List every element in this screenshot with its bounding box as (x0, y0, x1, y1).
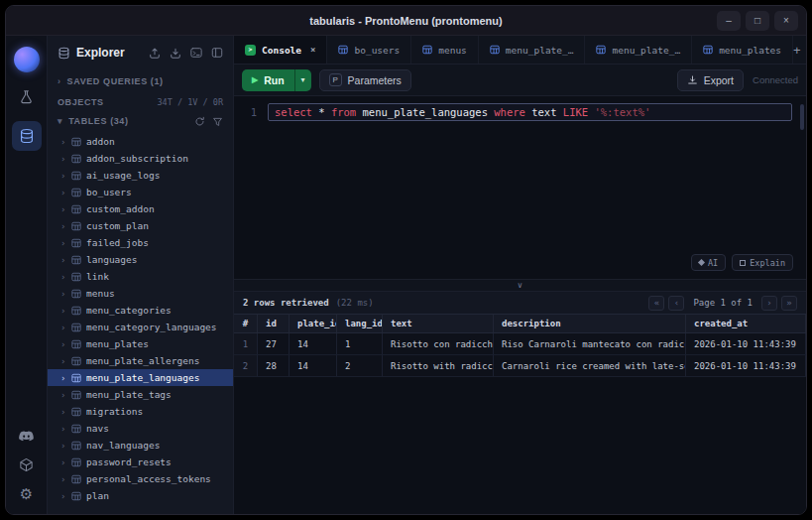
maximize-button[interactable]: □ (746, 11, 769, 31)
sidebar-table-item[interactable]: ›nav_languages (48, 437, 233, 454)
table-icon (71, 289, 81, 299)
sql-token: select (275, 106, 312, 118)
settings-gear-icon[interactable]: ⚙ (20, 487, 33, 502)
sidebar-table-item[interactable]: ›custom_addon (48, 200, 233, 217)
upload-icon[interactable] (149, 47, 161, 59)
sidebar-table-item[interactable]: ›migrations (48, 403, 233, 420)
column-header[interactable]: # (234, 315, 258, 332)
run-button[interactable]: ▶ Run (242, 69, 294, 91)
sidebar-table-item[interactable]: ›bo_users (48, 184, 233, 200)
sql-token: menu_plate_languages (356, 106, 494, 118)
tab-menu-plate-[interactable]: menu_plate_… (479, 36, 586, 64)
minimize-button[interactable]: – (717, 11, 741, 31)
sidebar-table-item[interactable]: ›menu_categories (48, 302, 233, 319)
tab-menus[interactable]: menus (411, 36, 479, 64)
sql-token: from (331, 106, 356, 118)
cube-icon[interactable] (19, 457, 34, 472)
sidebar-table-item[interactable]: ›navs (48, 420, 233, 437)
table-name: bo_users (86, 187, 132, 197)
table-row[interactable]: 127141Risotto con radicchioRiso Carnarol… (234, 333, 806, 355)
column-header[interactable]: id (258, 315, 290, 332)
sql-line[interactable]: select * from menu_plate_languages where… (268, 103, 792, 121)
table-icon (71, 474, 81, 484)
sql-token: '%:text%' (594, 106, 650, 118)
tables-section[interactable]: ▾ TABLES (34) (48, 111, 233, 131)
sidebar-table-item[interactable]: ›languages (48, 251, 233, 268)
database-explorer-icon[interactable] (12, 121, 42, 151)
parameters-button[interactable]: P Parameters (319, 69, 411, 91)
sidebar-table-item[interactable]: ›menu_category_languages (48, 319, 233, 335)
table-icon (422, 45, 432, 55)
objects-section: OBJECTS 34T / 1V / 0R (48, 93, 233, 111)
last-page-button[interactable]: » (781, 296, 797, 311)
caret-down-icon: ▾ (301, 75, 305, 84)
connection-status: Connected (753, 74, 798, 85)
sidebar-table-item[interactable]: ›failed_jobs (48, 234, 233, 251)
chevron-right-icon: › (60, 373, 66, 383)
sidebar-table-item[interactable]: ›addon (48, 133, 233, 150)
table-name: menu_plate_allergens (86, 355, 199, 366)
run-options-button[interactable]: ▾ (294, 69, 311, 91)
discord-icon[interactable] (18, 431, 35, 443)
chevron-right-icon: › (60, 339, 66, 349)
sidebar-table-item[interactable]: ›addon_subscription (48, 150, 233, 167)
flask-icon[interactable] (19, 89, 34, 104)
close-tab-icon[interactable]: × (310, 45, 315, 55)
table-name: menu_categories (86, 305, 172, 316)
chevron-right-icon: › (60, 289, 66, 299)
column-header[interactable]: plate_id (290, 315, 337, 332)
first-page-button[interactable]: « (648, 296, 664, 311)
tab-menu-plate-[interactable]: menu_plate_… (585, 36, 692, 64)
toolbar-right: Export Connected (677, 69, 798, 91)
sidebar-table-item[interactable]: ›menus (48, 285, 233, 302)
tab-menu-plates[interactable]: menu_plates (692, 36, 793, 64)
filter-icon[interactable] (212, 116, 223, 127)
chevron-right-icon: › (60, 137, 66, 147)
export-button[interactable]: Export (677, 69, 744, 91)
sidebar-table-item[interactable]: ›custom_plan (48, 217, 233, 234)
chevron-right-icon: › (60, 390, 66, 400)
sidebar-table-item[interactable]: ›link (48, 268, 233, 285)
table-icon (71, 221, 81, 231)
page-indicator: Page 1 of 1 (693, 298, 753, 308)
column-header[interactable]: text (383, 315, 494, 332)
next-page-button[interactable]: › (761, 296, 777, 311)
sidebar-table-item[interactable]: ›menu_plate_allergens (48, 352, 233, 369)
results-splitter[interactable]: ∨ (234, 279, 806, 292)
editor-scrollbar[interactable] (800, 104, 804, 130)
download-icon[interactable] (170, 47, 181, 59)
sidebar-table-item[interactable]: ›menu_plates (48, 335, 233, 352)
database-icon (58, 47, 70, 60)
column-header[interactable]: lang_id (337, 315, 383, 332)
sidebar-table-item[interactable]: ›ai_usage_logs (48, 167, 233, 184)
column-header[interactable]: description (494, 315, 686, 332)
ai-button[interactable]: AI (691, 254, 726, 271)
column-header[interactable]: created_at (686, 315, 806, 332)
sidebar-table-item[interactable]: ›personal_access_tokens (48, 470, 233, 487)
tab-console[interactable]: >Console× (234, 36, 327, 64)
new-tab-button[interactable]: + (793, 36, 801, 64)
saved-queries-section[interactable]: › SAVED QUERIES (1) (48, 69, 233, 93)
close-button[interactable]: × (774, 11, 798, 31)
sidebar-table-item[interactable]: ›plan (48, 487, 233, 504)
sidebar-table-item[interactable]: ›password_resets (48, 454, 233, 470)
table-icon (71, 339, 81, 349)
sidebar-table-item[interactable]: ›menu_plate_languages (48, 369, 233, 386)
table-name: navs (86, 423, 109, 434)
tab-bo-users[interactable]: bo_users (327, 36, 411, 64)
explain-button[interactable]: Explain (732, 254, 793, 271)
table-row[interactable]: 228142Risotto with radicchioCarnaroli ri… (234, 355, 806, 377)
table-name: failed_jobs (86, 237, 149, 248)
refresh-icon[interactable] (194, 116, 205, 127)
sidebar-table-item[interactable]: ›menu_plate_tags (48, 386, 233, 403)
sql-editor[interactable]: 1 select * from menu_plate_languages whe… (234, 96, 806, 279)
cell: 2 (234, 355, 258, 376)
parameters-badge-icon: P (329, 73, 342, 86)
table-name: personal_access_tokens (86, 473, 211, 484)
explorer-actions (149, 47, 223, 59)
terminal-icon[interactable] (190, 47, 202, 59)
cell: 27 (258, 333, 290, 354)
prev-page-button[interactable]: ‹ (668, 296, 684, 311)
panel-layout-icon[interactable] (211, 47, 223, 59)
results-status: 2 rows retrieved (243, 298, 329, 308)
